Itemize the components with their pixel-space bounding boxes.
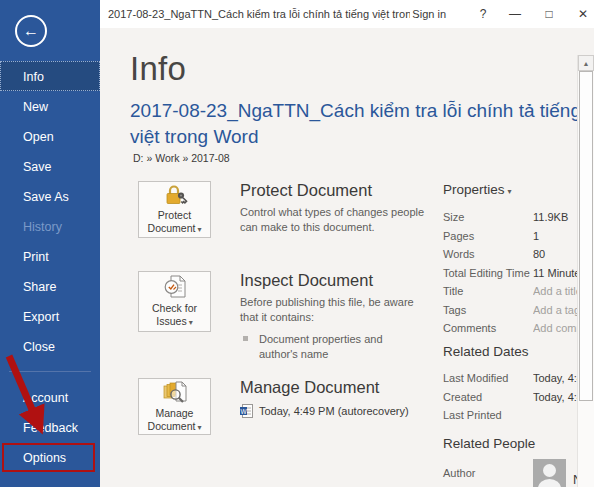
sidebar-item-export[interactable]: Export xyxy=(0,301,100,331)
dropdown-caret-icon: ▾ xyxy=(197,423,201,432)
property-row-words: Words 80 xyxy=(443,245,599,264)
lock-key-icon xyxy=(162,183,188,207)
date-row-created: Created Today, 4:41 PM xyxy=(443,388,599,407)
sidebar-item-options[interactable]: Options xyxy=(0,442,100,472)
scroll-up-button[interactable]: ▲ xyxy=(578,55,594,71)
inspect-description: Before publishing this file, be aware th… xyxy=(240,295,430,325)
help-icon[interactable]: ? xyxy=(468,7,498,21)
date-row-last-modified: Last Modified Today, 4:46 PM xyxy=(443,369,599,388)
inspect-bullet-item: Document properties and author's name xyxy=(240,332,410,362)
scrollbar-thumb[interactable] xyxy=(579,71,593,401)
button-label: Manage xyxy=(156,407,194,420)
properties-heading[interactable]: Properties▾ xyxy=(443,180,599,198)
sidebar-item-feedback[interactable]: Feedback xyxy=(0,412,100,442)
properties-panel: Properties▾ Size 11.9KB Pages 1 Words 80… xyxy=(443,180,599,338)
autorecovery-item[interactable]: W Today, 4:49 PM (autorecovery) xyxy=(240,404,440,418)
sidebar-item-open[interactable]: Open xyxy=(0,121,100,151)
backstage-sidebar: ← Info New Open Save Save As History Pri… xyxy=(0,0,100,487)
breadcrumb: D: » Work » 2017-08 xyxy=(133,152,230,164)
window-controls: Sign in ? — □ ✕ xyxy=(412,7,600,21)
property-row-title: Title Add a title xyxy=(443,282,599,301)
backstage-main: Info 2017-08-23_NgaTTN_Cách kiểm tra lỗi… xyxy=(100,28,600,487)
manage-document-icon xyxy=(162,380,188,405)
vertical-scrollbar[interactable]: ▲ xyxy=(577,55,594,487)
author-label: Author xyxy=(443,459,533,487)
sidebar-item-account[interactable]: Account xyxy=(0,382,100,412)
autorecovery-text: Today, 4:49 PM (autorecovery) xyxy=(259,405,409,417)
section-manage-document: Manage Document▾ Manage Document W xyxy=(138,378,440,435)
author-avatar xyxy=(533,459,566,487)
button-label: Protect xyxy=(158,209,191,222)
protect-description: Control what types of changes people can… xyxy=(240,205,430,235)
sidebar-item-save[interactable]: Save xyxy=(0,151,100,181)
related-people-panel: Related People Author Nga xyxy=(443,436,599,487)
protect-text: Protect Document Control what types of c… xyxy=(240,181,440,238)
dropdown-caret-icon: ▾ xyxy=(197,225,201,234)
back-arrow-icon: ← xyxy=(23,23,39,39)
avatar-person-icon xyxy=(543,464,556,477)
window-right-margin xyxy=(594,28,600,487)
manage-heading: Manage Document xyxy=(240,378,440,397)
property-row-tags: Tags Add a tag xyxy=(443,301,599,320)
property-row-comments: Comments Add comm.. xyxy=(443,319,599,338)
protect-heading: Protect Document xyxy=(240,181,440,200)
back-button[interactable]: ← xyxy=(15,15,47,47)
dropdown-caret-icon: ▾ xyxy=(189,318,193,327)
sidebar-item-info[interactable]: Info xyxy=(0,61,100,91)
svg-text:W: W xyxy=(240,408,247,415)
word-backstage-window: 2017-08-23_NgaTTN_Cách kiểm tra lỗi chín… xyxy=(0,0,600,487)
button-label: Document▾ xyxy=(148,222,202,236)
author-row: Author Nga xyxy=(443,459,599,487)
bullet-icon xyxy=(243,336,248,341)
section-protect-document: Protect Document▾ Protect Document Contr… xyxy=(138,181,440,238)
inspect-heading: Inspect Document xyxy=(240,271,440,290)
sidebar-nav-footer: Account Feedback Options xyxy=(0,382,100,472)
button-label: Document▾ xyxy=(148,420,202,434)
minimize-icon[interactable]: — xyxy=(498,7,532,21)
close-icon[interactable]: ✕ xyxy=(566,7,600,21)
related-dates-panel: Related Dates Last Modified Today, 4:46 … xyxy=(443,344,599,425)
sidebar-item-history: History xyxy=(0,211,100,241)
maximize-icon[interactable]: □ xyxy=(532,7,566,21)
related-people-heading: Related People xyxy=(443,436,599,451)
sidebar-nav-main: Info New Open Save Save As History Print… xyxy=(0,61,100,361)
property-row-size: Size 11.9KB xyxy=(443,208,599,227)
manage-document-button[interactable]: Manage Document▾ xyxy=(138,378,211,435)
section-inspect-document: Check for Issues▾ Inspect Document Befor… xyxy=(138,271,440,362)
date-row-last-printed: Last Printed xyxy=(443,406,599,425)
inspect-document-icon xyxy=(163,274,187,300)
property-row-pages: Pages 1 xyxy=(443,227,599,246)
manage-text: Manage Document W Today, 4:49 PM (autore… xyxy=(240,378,440,435)
window-title: 2017-08-23_NgaTTN_Cách kiểm tra lỗi chín… xyxy=(108,8,410,20)
sidebar-item-save-as[interactable]: Save As xyxy=(0,181,100,211)
scroll-up-arrow-icon: ▲ xyxy=(583,60,590,67)
dropdown-caret-icon: ▾ xyxy=(508,187,512,196)
inspect-text: Inspect Document Before publishing this … xyxy=(240,271,440,362)
related-dates-rows: Last Modified Today, 4:46 PM Created Tod… xyxy=(443,369,599,425)
sidebar-item-share[interactable]: Share xyxy=(0,271,100,301)
related-dates-heading: Related Dates xyxy=(443,344,599,359)
titlebar: 2017-08-23_NgaTTN_Cách kiểm tra lỗi chín… xyxy=(100,0,600,28)
property-row-editing-time: Total Editing Time 11 Minutes xyxy=(443,264,599,283)
word-document-icon: W xyxy=(240,404,253,418)
inspect-bullet-text: Document properties and author's name xyxy=(259,332,410,362)
button-label: Issues▾ xyxy=(156,315,192,329)
check-for-issues-button[interactable]: Check for Issues▾ xyxy=(138,271,211,332)
sidebar-item-new[interactable]: New xyxy=(0,91,100,121)
sidebar-item-close[interactable]: Close xyxy=(0,331,100,361)
sign-in-button[interactable]: Sign in xyxy=(412,8,446,20)
sidebar-divider xyxy=(9,371,91,372)
protect-document-button[interactable]: Protect Document▾ xyxy=(138,181,211,238)
document-title: 2017-08-23_NgaTTN_Cách kiểm tra lỗi chín… xyxy=(130,98,582,150)
sidebar-item-print[interactable]: Print xyxy=(0,241,100,271)
button-label: Check for xyxy=(152,302,197,315)
page-title: Info xyxy=(130,50,186,88)
properties-rows: Size 11.9KB Pages 1 Words 80 Total Editi… xyxy=(443,208,599,338)
